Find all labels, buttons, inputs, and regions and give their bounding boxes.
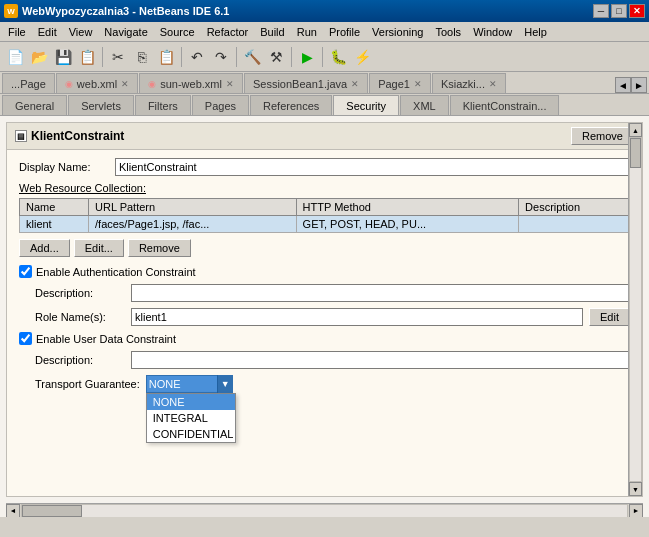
window-controls: ─ □ ✕ (593, 4, 645, 18)
menu-view[interactable]: View (63, 24, 99, 40)
menu-run[interactable]: Run (291, 24, 323, 40)
menu-edit[interactable]: Edit (32, 24, 63, 40)
tab-sessionbean[interactable]: SessionBean1.java ✕ (244, 73, 368, 93)
tab-security-label: Security (346, 100, 386, 112)
auth-desc-row: Description: (19, 284, 630, 302)
tab-servlets[interactable]: Servlets (68, 95, 134, 115)
tab-xml[interactable]: XML (400, 95, 449, 115)
tab-page[interactable]: ...Page (2, 73, 55, 93)
new-project-icon[interactable]: 📄 (4, 46, 26, 68)
tab-general[interactable]: General (2, 95, 67, 115)
enable-auth-checkbox[interactable] (19, 265, 32, 278)
enable-auth-label: Enable Authentication Constraint (36, 266, 196, 278)
tab-sunwebxml-label: sun-web.xml (160, 78, 222, 90)
display-name-input[interactable] (115, 158, 630, 176)
tab-klientconstrain[interactable]: KlientConstrain... (450, 95, 560, 115)
popup-option-confidential[interactable]: CONFIDENTIAL (147, 426, 235, 442)
debug2-icon[interactable]: ⚡ (351, 46, 373, 68)
tab-security[interactable]: Security (333, 95, 399, 115)
tab-webxml[interactable]: ◉ web.xml ✕ (56, 73, 138, 93)
menu-navigate[interactable]: Navigate (98, 24, 153, 40)
tab-references-label: References (263, 100, 319, 112)
scroll-up-button[interactable]: ▲ (629, 123, 642, 137)
menu-profile[interactable]: Profile (323, 24, 366, 40)
role-row: Role Name(s): Edit (19, 308, 630, 326)
close-button[interactable]: ✕ (629, 4, 645, 18)
minimize-button[interactable]: ─ (593, 4, 609, 18)
scroll-left-button[interactable]: ◄ (6, 504, 20, 518)
menu-versioning[interactable]: Versioning (366, 24, 429, 40)
tab-scroll-left[interactable]: ◄ (615, 77, 631, 93)
tab-ksiazki-label: Ksiazki... (441, 78, 485, 90)
tab-page1[interactable]: Page1 ✕ (369, 73, 431, 93)
copy-icon[interactable]: ⎘ (131, 46, 153, 68)
tab-references[interactable]: References (250, 95, 332, 115)
remove-constraint-button[interactable]: Remove (571, 127, 634, 145)
constraint-body: Display Name: Web Resource Collection: N… (7, 150, 642, 405)
open-project-icon[interactable]: 📂 (28, 46, 50, 68)
paste-icon[interactable]: 📋 (155, 46, 177, 68)
popup-option-integral[interactable]: INTEGRAL (147, 410, 235, 426)
save-icon[interactable]: 💾 (52, 46, 74, 68)
tab-sunwebxml-close[interactable]: ✕ (226, 79, 234, 89)
menu-build[interactable]: Build (254, 24, 290, 40)
debug-icon[interactable]: 🐛 (327, 46, 349, 68)
user-desc-label: Description: (35, 354, 125, 366)
menu-window[interactable]: Window (467, 24, 518, 40)
tab-scroll-right[interactable]: ► (631, 77, 647, 93)
constraint-header: ▤ KlientConstraint Remove (7, 123, 642, 150)
enable-user-data-checkbox[interactable] (19, 332, 32, 345)
user-desc-row: Description: (19, 351, 630, 369)
scroll-thumb[interactable] (630, 138, 641, 168)
transport-dropdown-popup: NONE INTEGRAL CONFIDENTIAL (146, 393, 236, 443)
menu-refactor[interactable]: Refactor (201, 24, 255, 40)
menu-bar: File Edit View Navigate Source Refactor … (0, 22, 649, 42)
build2-icon[interactable]: ⚒ (265, 46, 287, 68)
tab-sessionbean-close[interactable]: ✕ (351, 79, 359, 89)
popup-option-none[interactable]: NONE (147, 394, 235, 410)
add-button[interactable]: Add... (19, 239, 70, 257)
transport-select[interactable]: NONE INTEGRAL CONFIDENTIAL (146, 375, 233, 393)
menu-help[interactable]: Help (518, 24, 553, 40)
table-row[interactable]: klient /faces/Page1.jsp, /fac... GET, PO… (20, 216, 630, 233)
menu-file[interactable]: File (2, 24, 32, 40)
tab-page1-label: Page1 (378, 78, 410, 90)
toolbar-sep-2 (181, 47, 182, 67)
menu-tools[interactable]: Tools (429, 24, 467, 40)
toolbar-sep-1 (102, 47, 103, 67)
scroll-down-button[interactable]: ▼ (629, 482, 642, 496)
remove-row-button[interactable]: Remove (128, 239, 191, 257)
maximize-button[interactable]: □ (611, 4, 627, 18)
tab-page1-close[interactable]: ✕ (414, 79, 422, 89)
save-all-icon[interactable]: 📋 (76, 46, 98, 68)
scroll-track[interactable] (629, 137, 642, 482)
build-icon[interactable]: 🔨 (241, 46, 263, 68)
role-input[interactable] (131, 308, 583, 326)
tab-filters[interactable]: Filters (135, 95, 191, 115)
col-desc: Description (519, 199, 630, 216)
tab-servlets-label: Servlets (81, 100, 121, 112)
undo-icon[interactable]: ↶ (186, 46, 208, 68)
user-desc-input[interactable] (131, 351, 630, 369)
edit-role-button[interactable]: Edit (589, 308, 630, 326)
tab-ksiazki-close[interactable]: ✕ (489, 79, 497, 89)
tab-webxml-close[interactable]: ✕ (121, 79, 129, 89)
edit-button[interactable]: Edit... (74, 239, 124, 257)
menu-source[interactable]: Source (154, 24, 201, 40)
h-scroll-track[interactable] (21, 504, 628, 518)
tab-ksiazki[interactable]: Ksiazki... ✕ (432, 73, 506, 93)
h-scroll-thumb[interactable] (22, 505, 82, 517)
tab-general-label: General (15, 100, 54, 112)
tab-sunwebxml[interactable]: ◉ sun-web.xml ✕ (139, 73, 243, 93)
toolbar: 📄 📂 💾 📋 ✂ ⎘ 📋 ↶ ↷ 🔨 ⚒ ▶ 🐛 ⚡ (0, 42, 649, 72)
scroll-right-button[interactable]: ► (629, 504, 643, 518)
tab-pages[interactable]: Pages (192, 95, 249, 115)
url-table: Name URL Pattern HTTP Method Description… (19, 198, 630, 233)
run-icon[interactable]: ▶ (296, 46, 318, 68)
window-title: WebWypozyczalnia3 - NetBeans IDE 6.1 (22, 5, 229, 17)
auth-desc-input[interactable] (131, 284, 630, 302)
main-area: ▤ KlientConstraint Remove Display Name: … (0, 116, 649, 517)
cut-icon[interactable]: ✂ (107, 46, 129, 68)
redo-icon[interactable]: ↷ (210, 46, 232, 68)
constraint-icon: ▤ (15, 130, 27, 142)
